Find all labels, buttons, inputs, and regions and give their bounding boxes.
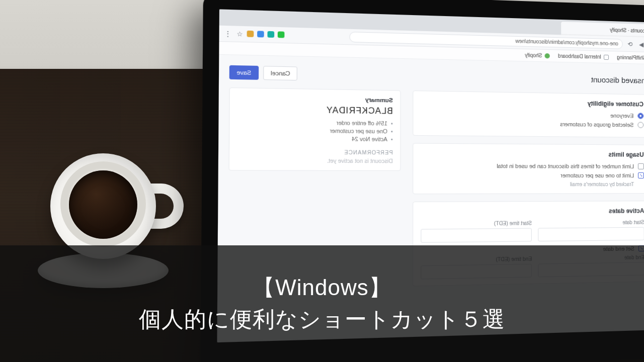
bookmark-item[interactable]: Internal Dashboard [558,53,609,60]
usage-panel: Usage limits Limit number of times this … [413,143,644,195]
title-overlay: 【Windows】 個人的に便利なショートカット５選 [0,245,644,362]
start-time-label: Start time (EDT) [421,220,532,227]
summary-bullet: Active Nov 24 [237,135,393,142]
summary-bullet: One use per customer [237,127,392,135]
start-date-field[interactable] [538,227,644,242]
page-title: Unsaved discount [591,75,644,84]
ext-icon[interactable] [278,31,285,38]
start-time-field[interactable] [421,228,532,243]
shopify-icon [545,53,550,58]
check-total[interactable]: Limit number of times this discount can … [421,162,644,169]
nav-reload-icon[interactable]: ⟳ [627,40,634,47]
ext-icon[interactable] [247,30,254,37]
browser-tab[interactable]: Discounts · Shopify [561,22,644,38]
bookmark-label: Internal Dashboard [558,53,601,60]
bookmark-item[interactable]: Shopify [525,52,550,58]
check-one-per-customer[interactable]: Limit to one use per customer [421,172,644,178]
nav-forward-icon[interactable]: ▶ [637,41,644,48]
radio-everyone[interactable]: Everyone [421,110,643,119]
bookmark-item[interactable]: ShiftPlanning [617,54,644,61]
checkbox-icon [638,172,644,178]
save-button[interactable]: Save [229,65,259,80]
bookmark-icon [604,54,609,59]
ext-icon[interactable] [257,31,264,37]
bookmark-label: Shopify [525,52,542,58]
extension-icons: ☆ ⋮ [224,30,285,39]
summary-heading: Summary [238,95,393,103]
radio-groups[interactable]: Selected groups of customers [421,120,643,128]
start-date-label: Start date [538,219,644,226]
menu-icon[interactable]: ⋮ [224,30,232,37]
performance-heading: PERFORMANCE [237,149,393,155]
summary-bullet: 15% off entire order [237,119,392,127]
performance-note: Discount is not active yet. [237,157,393,164]
eligibility-panel: Customer eligibility Everyone Selected g… [413,90,644,138]
usage-heading: Usage limits [421,150,644,158]
url-text: one-one.myshopify.com/admin/discounts/ne… [515,38,618,46]
tab-title: Discounts · Shopify [610,27,644,33]
summary-code: BLACKFRIDAY [238,105,393,116]
ext-icon[interactable] [268,31,275,37]
overlay-line-2: 個人的に便利なショートカット５選 [139,305,505,334]
dates-heading: Active dates [421,207,644,216]
usage-note: Tracked by customer's email [421,182,634,188]
star-icon[interactable]: ☆ [235,30,244,38]
radio-icon [637,122,643,128]
summary-panel: Summary BLACKFRIDAY 15% off entire order… [229,87,401,171]
cancel-button[interactable]: Cancel [263,66,297,80]
eligibility-heading: Customer eligibility [421,98,643,108]
radio-icon [637,113,643,119]
overlay-line-1: 【Windows】 [253,273,391,303]
checkbox-icon [638,163,644,169]
bookmark-label: ShiftPlanning [617,54,644,60]
